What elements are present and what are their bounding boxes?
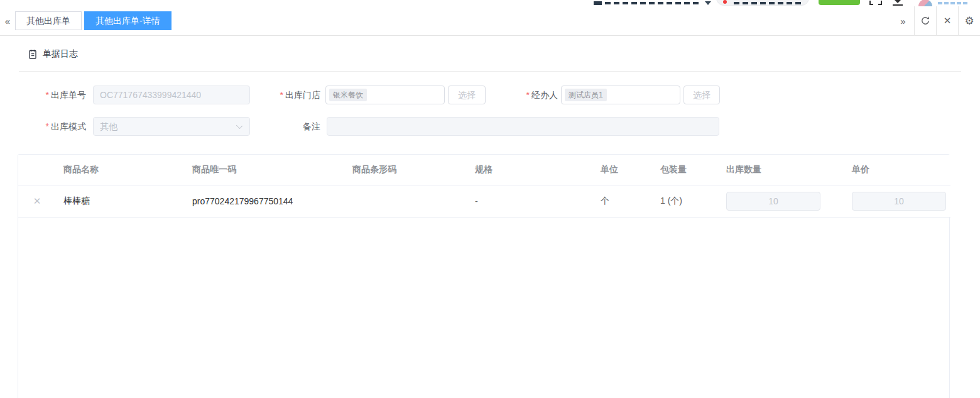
order-no-label: *出库单号 [0, 86, 86, 104]
order-form: *出库单号 *出库门店 银米餐饮 选择 *经办人 测试店员1 选择 *出库模式 … [0, 79, 980, 148]
expand-tabs-icon[interactable]: » [892, 6, 914, 36]
company-switcher[interactable] [605, 2, 699, 4]
cell-barcode [345, 185, 467, 217]
fullscreen-icon[interactable] [869, 1, 873, 5]
product-table: 商品名称 商品唯一码 商品条形码 规格 单位 包装量 出库数量 单价 ✕ 棒棒糖… [18, 154, 950, 398]
operator-label: *经办人 [490, 86, 558, 104]
cell-spec: - [467, 185, 593, 217]
fullscreen-icon[interactable] [878, 1, 882, 5]
order-log-button[interactable]: 单据日志 [28, 45, 78, 63]
quantity-input[interactable] [726, 192, 820, 211]
chevron-down-icon [705, 1, 711, 5]
table-row: ✕ 棒棒糖 pro770242179967750144 - 个 1 (个) [18, 185, 950, 217]
download-icon[interactable] [895, 0, 901, 3]
col-unique-code: 商品唯一码 [185, 155, 345, 185]
mode-label: *出库模式 [0, 117, 86, 136]
col-quantity: 出库数量 [719, 155, 844, 185]
cell-unit: 个 [593, 185, 653, 217]
cell-package: 1 (个) [653, 185, 719, 217]
store-input[interactable]: 银米餐饮 [325, 86, 445, 104]
store-tag: 银米餐饮 [329, 89, 367, 101]
store-select-button[interactable]: 选择 [448, 86, 486, 104]
store-label: *出库门店 [251, 86, 320, 104]
avatar[interactable] [918, 0, 932, 6]
col-delete [18, 155, 56, 185]
col-unit: 单位 [593, 155, 653, 185]
status-pill-text [734, 2, 802, 4]
notification-dot [723, 0, 727, 4]
price-input[interactable] [852, 192, 946, 211]
mode-select[interactable]: 其他 [93, 117, 250, 136]
order-no-input[interactable] [93, 86, 250, 104]
operator-tag: 测试店员1 [565, 89, 607, 101]
remark-input[interactable] [327, 117, 719, 136]
chevron-down-icon [236, 123, 242, 129]
remark-label: 备注 [251, 117, 320, 136]
collapse-tabs-icon[interactable]: « [0, 16, 15, 26]
table-header-row: 商品名称 商品唯一码 商品条形码 规格 单位 包装量 出库数量 单价 [18, 155, 950, 185]
delete-row-icon[interactable]: ✕ [33, 196, 41, 206]
tab-bar: « 其他出库单 其他出库单-详情 » ✕ ⚙ [0, 6, 980, 36]
tab-other-outbound-detail[interactable]: 其他出库单-详情 [84, 11, 172, 30]
col-spec: 规格 [467, 155, 593, 185]
app-window: « 其他出库单 其他出库单-详情 » ✕ ⚙ 单据日志 *出库 [0, 0, 980, 398]
operator-input[interactable]: 测试店员1 [561, 86, 680, 104]
top-header-cutoff [0, 0, 980, 6]
close-icon[interactable]: ✕ [936, 6, 958, 36]
col-barcode: 商品条形码 [345, 155, 467, 185]
company-icon [594, 1, 602, 5]
tab-list: 其他出库单 其他出库单-详情 [15, 11, 172, 30]
divider [19, 71, 961, 72]
username-text [938, 2, 968, 4]
cell-product-name: 棒棒糖 [56, 185, 185, 217]
gear-icon[interactable]: ⚙ [958, 6, 980, 36]
col-price: 单价 [844, 155, 950, 185]
log-document-icon [28, 49, 38, 60]
tab-other-outbound-list[interactable]: 其他出库单 [15, 11, 82, 30]
cell-unique-code: pro770242179967750144 [185, 185, 345, 217]
order-log-label: 单据日志 [43, 48, 78, 60]
col-name: 商品名称 [56, 155, 185, 185]
operator-select-button[interactable]: 选择 [683, 86, 720, 104]
col-package: 包装量 [653, 155, 719, 185]
primary-action-button[interactable] [819, 0, 860, 5]
refresh-icon[interactable] [914, 6, 936, 36]
